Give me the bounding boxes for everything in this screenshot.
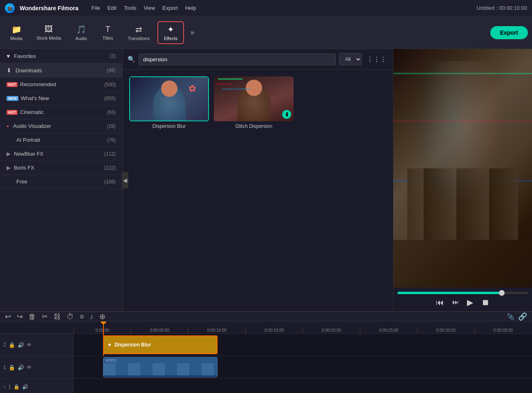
speed-button[interactable]: ⏱ xyxy=(67,313,74,321)
sidebar-label-downloads: Downloads xyxy=(16,67,42,74)
effects-button[interactable]: ✦ Effects xyxy=(157,21,184,44)
cut-button[interactable]: ✂ xyxy=(42,312,48,321)
main-toolbar: 📁 Media 🖼 Stock Media 🎵 Audio T Titles ⇄… xyxy=(0,16,532,49)
link-button[interactable]: ⛓ xyxy=(54,313,61,321)
lock-icon-track1: 🔒 xyxy=(9,364,15,371)
titles-label: Titles xyxy=(103,36,113,40)
sidebar-collapse-button[interactable]: ◀ xyxy=(122,172,128,188)
chevron-right-icon-newblue: ▶ xyxy=(7,151,11,157)
download-badge-glitch: ⬇ xyxy=(282,110,291,119)
add-marker-button[interactable]: ⊕ xyxy=(99,312,106,321)
sidebar-count-newblue-fx: (112) xyxy=(104,151,116,157)
rewind-button[interactable]: ⏮ xyxy=(436,298,444,307)
audio-track-area xyxy=(74,379,532,393)
sidebar-item-downloads[interactable]: ⬇ Downloads (48) xyxy=(0,63,122,78)
export-button[interactable]: Export xyxy=(490,26,528,39)
timeline: ↩ ↪ 🗑 ✂ ⛓ ⏱ ≡ ♪ ⊕ 📎 🔗 0:00:00 0:00:05:00… xyxy=(0,311,532,393)
volume-icon-track1: 🔊 xyxy=(18,364,24,371)
menu-tools[interactable]: Tools xyxy=(124,5,136,11)
stop-button[interactable]: ⏹ xyxy=(481,298,489,307)
sidebar-label-cinematic: Cinematic xyxy=(20,109,44,115)
app-name: Wondershare Filmora xyxy=(20,5,79,11)
sidebar-count-boris-fx: (122) xyxy=(104,165,116,171)
stock-media-label: Stock Media xyxy=(36,36,61,40)
sidebar-item-ai-portrait[interactable]: AI Portrait (76) xyxy=(0,133,122,147)
timeline-ruler: 0:00:00 0:00:05:00 0:00:10:00 0:00:15:00… xyxy=(0,322,532,334)
titles-button[interactable]: T Titles xyxy=(96,22,120,43)
undo-button[interactable]: ↩ xyxy=(5,312,11,321)
sidebar-item-recommended[interactable]: HOT Recommended (500) xyxy=(0,78,122,92)
menu-help[interactable]: Help xyxy=(185,5,196,11)
ruler-mark-4: 0:00:20:00 xyxy=(303,328,360,333)
menu-view[interactable]: View xyxy=(144,5,155,11)
split-clip-button[interactable]: 📎 xyxy=(507,313,514,320)
audio-track: ♪ 1 🔒 🔊 xyxy=(0,379,532,393)
sidebar-label-newblue-fx: NewBlue FX xyxy=(14,151,43,157)
sidebar-label-whats-new: What's New xyxy=(21,95,49,101)
effect-card-dispersion-blur[interactable]: ✿ Dispersion Blur xyxy=(129,76,209,129)
sidebar-item-favorites[interactable]: ♥ Favorites (2) xyxy=(0,49,122,63)
effect-name-glitch-dispersion: Glitch Dispersion xyxy=(214,123,294,129)
audio-track-num: 1 xyxy=(8,384,11,390)
new-badge-whats-new: NEW xyxy=(7,96,18,101)
heart-icon: ♥ xyxy=(7,53,10,59)
track-1: 1 🔒 🔊 👁 VIDEO xyxy=(0,356,532,379)
hot-badge-cinematic: HOT xyxy=(7,110,18,115)
transform-button[interactable]: ≡ xyxy=(80,313,84,321)
sidebar-label-audio-visualizer: Audio Visualizer xyxy=(13,123,51,129)
progress-dot xyxy=(499,290,505,296)
effect-clip-dispersion-blur[interactable]: ✦ Dispersion Blur xyxy=(103,335,218,354)
sidebar-count-cinematic: (63) xyxy=(107,109,116,115)
titles-icon: T xyxy=(105,25,110,34)
step-back-button[interactable]: ⏭ xyxy=(452,299,459,306)
video-clip[interactable]: VIDEO xyxy=(103,357,218,377)
ruler-mark-6: 0:00:30:00 xyxy=(417,328,474,333)
chevron-right-icon-boris: ▶ xyxy=(7,165,11,171)
effect-card-glitch-dispersion[interactable]: ⬇ Glitch Dispersion xyxy=(214,76,294,129)
more-tools-button[interactable]: » xyxy=(190,28,194,37)
ruler-mark-1: 0:00:05:00 xyxy=(131,328,188,333)
progress-bar[interactable] xyxy=(397,292,528,294)
menu-edit[interactable]: Edit xyxy=(108,5,117,11)
sidebar-item-audio-visualizer[interactable]: ● Audio Visualizer (28) xyxy=(0,119,122,133)
lock-icon-track2: 🔒 xyxy=(9,342,15,348)
delete-button[interactable]: 🗑 xyxy=(29,313,36,321)
sidebar-count-downloads: (48) xyxy=(107,67,116,73)
sidebar-item-free[interactable]: Free (108) xyxy=(0,175,122,189)
lock-icon-audio: 🔒 xyxy=(13,384,20,390)
sidebar-item-cinematic[interactable]: HOT Cinematic (63) xyxy=(0,105,122,119)
audio-mixer-button[interactable]: ♪ xyxy=(90,313,94,321)
stock-media-icon: 🖼 xyxy=(45,25,53,34)
sidebar-item-whats-new[interactable]: NEW What's New (955) xyxy=(0,92,122,105)
video-clip-frames xyxy=(103,363,217,375)
sidebar-item-newblue-fx[interactable]: ▶ NewBlue FX (112) xyxy=(0,147,122,161)
effects-search-bar: 🔍 All ⋮⋮⋮ xyxy=(123,49,393,70)
menu-file[interactable]: File xyxy=(92,5,100,11)
video-clip-label: VIDEO xyxy=(103,357,217,363)
effects-panel: 🔍 All ⋮⋮⋮ ✿ Disp xyxy=(123,49,393,311)
redo-button[interactable]: ↪ xyxy=(17,312,23,321)
effect-thumb-glitch-dispersion: ⬇ xyxy=(214,76,294,121)
effect-clip-label: Dispersion Blur xyxy=(114,342,151,348)
sidebar-count-favorites: (2) xyxy=(110,53,116,59)
zoom-in-button[interactable]: 🔗 xyxy=(518,312,527,321)
transitions-button[interactable]: ⇄ Transitions xyxy=(122,22,155,43)
audio-track-controls: ♪ 1 🔒 🔊 xyxy=(0,379,74,393)
sidebar-item-boris-fx[interactable]: ▶ Boris FX (122) xyxy=(0,161,122,175)
play-button[interactable]: ▶ xyxy=(467,297,473,307)
media-button[interactable]: 📁 Media xyxy=(4,22,29,43)
video-stripe xyxy=(103,375,217,377)
effects-filter-select[interactable]: All xyxy=(339,53,362,65)
effects-search-input[interactable] xyxy=(139,54,336,65)
audio-button[interactable]: 🎵 Audio xyxy=(69,22,94,43)
stock-media-button[interactable]: 🖼 Stock Media xyxy=(31,22,67,43)
sidebar-count-whats-new: (955) xyxy=(104,96,116,101)
sidebar-label-boris-fx: Boris FX xyxy=(14,165,34,171)
grid-view-button[interactable]: ⋮⋮⋮ xyxy=(365,54,388,65)
track-2-area: ✦ Dispersion Blur xyxy=(74,334,532,356)
ruler-marks: 0:00:00 0:00:05:00 0:00:10:00 0:00:15:00… xyxy=(74,322,532,333)
menu-export[interactable]: Export xyxy=(162,5,178,11)
download-icon: ⬇ xyxy=(7,67,11,74)
search-icon: 🔍 xyxy=(128,56,135,63)
ruler-mark-0: 0:00:00 xyxy=(74,328,131,333)
